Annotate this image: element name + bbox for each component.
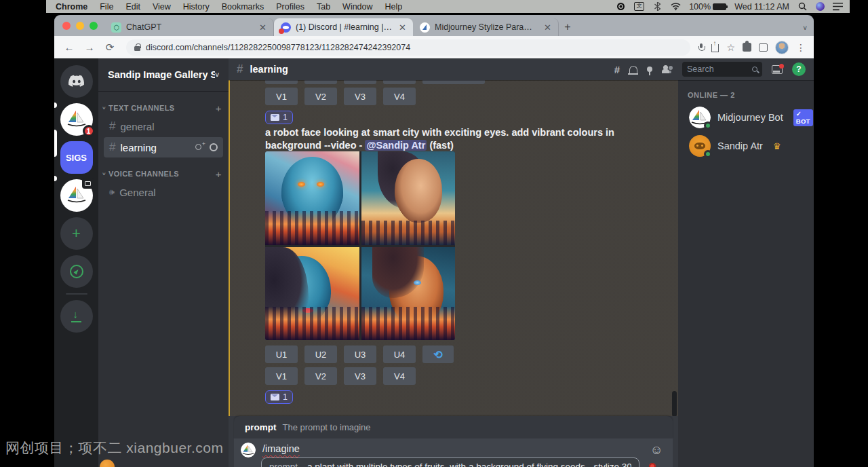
spotlight-search-icon[interactable]: [797, 2, 808, 11]
input-source-icon[interactable]: 文: [634, 2, 644, 11]
v2-button[interactable]: V2: [304, 88, 337, 105]
search-input[interactable]: Search: [682, 62, 762, 77]
threads-icon[interactable]: #: [614, 64, 620, 75]
midjourney-image-grid[interactable]: [265, 151, 455, 340]
member-list-icon[interactable]: [662, 65, 673, 73]
member-row-midjourney-bot[interactable]: Midjourney Bot ✓ BOT: [685, 103, 808, 132]
help-icon[interactable]: ?: [792, 62, 806, 76]
user-mention[interactable]: @Sandip Atr: [365, 140, 427, 151]
menu-bookmarks[interactable]: Bookmarks: [216, 2, 271, 12]
sidebar-item-general[interactable]: # general: [104, 116, 223, 136]
pinned-messages-icon[interactable]: [647, 67, 652, 72]
wifi-icon[interactable]: [671, 2, 681, 11]
member-row-sandip-atr[interactable]: Sandip Atr ♛: [685, 132, 808, 160]
menu-edit[interactable]: Edit: [119, 2, 146, 12]
menu-window[interactable]: Window: [336, 2, 378, 12]
create-channel-button[interactable]: +: [216, 168, 222, 180]
server-icon-sigs[interactable]: SIGS: [60, 141, 93, 174]
generated-image-2[interactable]: [361, 151, 456, 245]
zoom-window-button[interactable]: [90, 22, 98, 30]
tab-chatgpt[interactable]: ChatGPT ✕: [104, 18, 274, 36]
close-tab-icon[interactable]: ✕: [399, 22, 406, 33]
server-icon-sailboat-1[interactable]: 1: [60, 103, 93, 136]
menu-help[interactable]: Help: [379, 2, 409, 12]
minimize-window-button[interactable]: [76, 22, 84, 30]
notifications-bell-icon[interactable]: [629, 66, 637, 73]
channel-title: learning: [250, 64, 607, 75]
back-button[interactable]: ←: [61, 39, 77, 56]
emoji-picker-icon[interactable]: ☺: [650, 443, 663, 456]
sidebar-item-voice-general[interactable]: 🕪 General: [104, 182, 223, 202]
envelope-reaction[interactable]: 1: [265, 390, 293, 404]
category-voice-channels[interactable]: ˅ VOICE CHANNELS +: [98, 166, 229, 181]
record-status-icon[interactable]: [616, 2, 626, 11]
close-window-button[interactable]: [62, 22, 71, 30]
menu-tab[interactable]: Tab: [311, 2, 336, 12]
message-list[interactable]: V1 V2 V3 V4 1 a robot face looking at sm…: [229, 80, 678, 416]
u1-button[interactable]: U1: [265, 345, 298, 363]
reading-list-icon[interactable]: [759, 43, 768, 52]
compass-icon: [70, 265, 83, 278]
v4-button[interactable]: V4: [383, 88, 416, 105]
online-status-dot: [704, 150, 712, 158]
v2-button[interactable]: V2: [304, 367, 337, 385]
v3-button[interactable]: V3: [344, 88, 376, 105]
bookmark-star-icon[interactable]: ☆: [726, 42, 735, 53]
menu-profiles[interactable]: Profiles: [270, 2, 311, 12]
discord-home-button[interactable]: [60, 65, 93, 98]
reload-button[interactable]: ⟳: [102, 39, 118, 56]
slash-command-text[interactable]: /imagine: [262, 443, 300, 454]
prompt-option-field[interactable]: prompt a plant with multiple types of fr…: [261, 457, 639, 467]
address-bar[interactable]: discord.com/channels/1128282250098778123…: [126, 39, 690, 56]
v1-button[interactable]: V1: [265, 367, 298, 385]
invite-people-icon[interactable]: [195, 144, 204, 151]
forward-button[interactable]: →: [81, 39, 98, 56]
download-apps-button[interactable]: [60, 300, 93, 333]
v4-button[interactable]: V4: [383, 367, 416, 385]
tab-midjourney-docs[interactable]: Midjourney Stylize Parameter ✕: [413, 18, 559, 36]
gear-icon[interactable]: [210, 143, 218, 151]
menu-file[interactable]: File: [94, 2, 119, 12]
chat-scrollbar[interactable]: [672, 391, 677, 416]
bluetooth-icon[interactable]: [652, 2, 663, 11]
v3-button[interactable]: V3: [344, 367, 376, 385]
inbox-icon[interactable]: [772, 65, 783, 74]
chevron-down-icon: ˅: [215, 71, 219, 79]
generated-image-1[interactable]: [265, 151, 359, 245]
close-tab-icon[interactable]: ✕: [544, 22, 551, 33]
server-icon-sailboat-2[interactable]: [60, 179, 93, 212]
extensions-icon[interactable]: [743, 43, 751, 52]
menu-history[interactable]: History: [177, 2, 216, 12]
browser-menu-icon[interactable]: ⋮: [796, 42, 806, 53]
reroll-button[interactable]: ⟲: [422, 345, 454, 363]
menu-view[interactable]: View: [146, 2, 177, 12]
envelope-reaction[interactable]: 1: [265, 111, 293, 124]
new-tab-button[interactable]: +: [559, 18, 576, 36]
list-menu-icon[interactable]: [833, 2, 843, 11]
u4-button[interactable]: U4: [383, 345, 416, 363]
v1-button[interactable]: V1: [265, 88, 298, 105]
control-center-icon[interactable]: [816, 2, 825, 11]
create-channel-button[interactable]: +: [216, 102, 222, 114]
tab-search-chevron-icon[interactable]: ˅: [803, 24, 807, 32]
close-tab-icon[interactable]: ✕: [259, 22, 267, 33]
u2-button[interactable]: U2: [304, 345, 337, 363]
composer-bar[interactable]: /imagine ☺ prompt a plant with multiple …: [234, 438, 673, 467]
generated-image-4[interactable]: [361, 247, 456, 341]
u3-button[interactable]: U3: [344, 345, 376, 363]
tab-discord[interactable]: (1) Discord | #learning | Sandi ✕: [274, 18, 413, 36]
server-header[interactable]: Sandip Image Gallery Se... ˅: [98, 58, 229, 91]
add-server-button[interactable]: +: [60, 217, 93, 250]
generated-image-3[interactable]: [265, 247, 359, 341]
menu-chrome[interactable]: Chrome: [46, 2, 94, 12]
category-text-channels[interactable]: ˅ TEXT CHANNELS +: [98, 100, 229, 115]
share-icon[interactable]: [711, 44, 719, 52]
variation-row: V1 V2 V3 V4: [265, 367, 416, 385]
slash-command-autocomplete[interactable]: prompt The prompt to imagine: [234, 416, 673, 438]
mic-icon[interactable]: [698, 43, 704, 52]
explore-servers-button[interactable]: [60, 255, 93, 288]
sidebar-item-learning[interactable]: # learning: [104, 137, 223, 157]
browser-profile-avatar[interactable]: [775, 41, 789, 54]
battery-indicator[interactable]: 100%: [689, 2, 726, 12]
menu-bar-clock[interactable]: Wed 11:12 AM: [734, 2, 789, 12]
